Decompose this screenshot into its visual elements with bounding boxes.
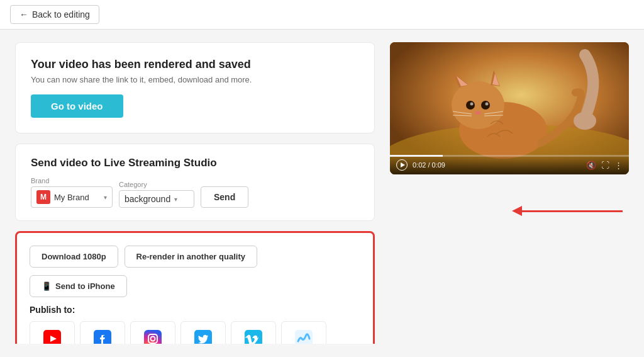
- svg-point-38: [574, 112, 596, 130]
- video-preview: 0:02 / 0:09 🔇 ⛶ ⋮: [390, 42, 629, 174]
- svg-point-29: [466, 101, 475, 110]
- success-title: Your video has been rendered and saved: [31, 58, 359, 71]
- video-time: 0:02 / 0:09: [413, 161, 581, 169]
- send-iphone-label: Send to iPhone: [55, 281, 115, 291]
- publish-item-instagram[interactable]: Instagram: [130, 321, 175, 344]
- secondary-action-row: 📱 Send to iPhone: [30, 275, 360, 297]
- category-label: Category: [119, 181, 194, 188]
- brand-icon: M: [36, 190, 50, 204]
- phone-icon: 📱: [42, 281, 52, 291]
- rerender-button[interactable]: Re-render in another quality: [125, 246, 257, 268]
- category-select-text: background: [125, 194, 170, 204]
- action-buttons-row: Download 1080p Re-render in another qual…: [30, 246, 360, 268]
- wistia-icon: [295, 330, 313, 344]
- twitter-icon: [194, 330, 212, 344]
- publish-item-youtube[interactable]: YouTube: [30, 321, 75, 344]
- instagram-icon: [144, 330, 162, 344]
- publish-item-vimeo[interactable]: Vimeo: [231, 321, 276, 344]
- success-card: Your video has been rendered and saved Y…: [15, 42, 375, 133]
- brand-chevron-icon: ▾: [104, 194, 107, 201]
- vimeo-icon: [245, 330, 262, 344]
- arrow-head-icon: [512, 206, 522, 216]
- youtube-icon: [43, 330, 61, 344]
- back-arrow-icon: ←: [19, 9, 28, 20]
- svg-point-33: [475, 111, 481, 115]
- send-iphone-button[interactable]: 📱 Send to iPhone: [30, 275, 127, 297]
- streaming-title: Send video to Live Streaming Studio: [31, 157, 359, 169]
- right-panel: 0:02 / 0:09 🔇 ⛶ ⋮: [390, 42, 629, 344]
- play-triangle-icon: [401, 162, 405, 167]
- send-button[interactable]: Send: [201, 186, 248, 208]
- svg-point-30: [481, 101, 490, 110]
- play-button[interactable]: [396, 159, 408, 171]
- svg-point-32: [486, 103, 489, 106]
- volume-icon[interactable]: 🔇: [586, 161, 596, 170]
- brand-select[interactable]: M My Brand ▾: [31, 186, 113, 208]
- more-options-icon[interactable]: ⋮: [614, 161, 623, 170]
- brand-select-text: My Brand: [54, 193, 100, 202]
- svg-point-6: [156, 334, 157, 336]
- publish-label: Publish to:: [30, 305, 360, 315]
- actions-card: Download 1080p Re-render in another qual…: [15, 231, 375, 344]
- brand-label: Brand: [31, 177, 113, 184]
- back-to-editing-button[interactable]: ← Back to editing: [10, 5, 99, 24]
- streaming-form: Brand M My Brand ▾ Category background ▾…: [31, 177, 359, 208]
- category-chevron-icon: ▾: [174, 196, 177, 203]
- main-content: Your video has been rendered and saved Y…: [0, 30, 644, 356]
- publish-grid: YouTube Facebook Instagram: [30, 321, 360, 344]
- top-bar: ← Back to editing: [0, 0, 644, 30]
- go-to-video-button[interactable]: Go to video: [31, 94, 123, 118]
- success-subtitle: You can now share the link to it, embed,…: [31, 75, 359, 84]
- left-panel: Your video has been rendered and saved Y…: [15, 42, 375, 344]
- publish-item-facebook[interactable]: Facebook: [80, 321, 125, 344]
- brand-form-group: Brand M My Brand ▾: [31, 177, 113, 208]
- arrow-line: [522, 210, 623, 212]
- category-select[interactable]: background ▾: [119, 190, 194, 208]
- publish-item-twitter[interactable]: Twitter: [180, 321, 226, 344]
- video-controls-overlay: 0:02 / 0:09 🔇 ⛶ ⋮: [390, 154, 629, 174]
- video-controls-right: 🔇 ⛶ ⋮: [586, 161, 623, 170]
- svg-point-24: [452, 81, 504, 129]
- category-form-group: Category background ▾: [119, 181, 194, 208]
- facebook-icon: [94, 330, 111, 344]
- download-button[interactable]: Download 1080p: [30, 246, 118, 268]
- svg-point-31: [470, 103, 474, 106]
- back-button-label: Back to editing: [32, 9, 90, 20]
- fullscreen-icon[interactable]: ⛶: [601, 161, 609, 170]
- streaming-card: Send video to Live Streaming Studio Bran…: [15, 144, 375, 221]
- arrow-annotation: [513, 206, 623, 216]
- publish-item-wistia[interactable]: Wistia: [281, 321, 326, 344]
